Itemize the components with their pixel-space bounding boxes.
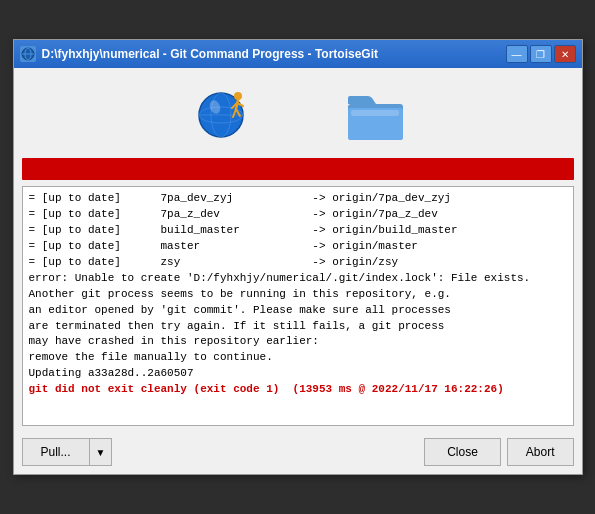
title-bar-controls: — ❐ ✕ — [506, 45, 576, 63]
folder-icon — [343, 86, 408, 144]
main-window: D:\fyhxhjy\numerical - Git Command Progr… — [13, 39, 583, 475]
output-line: = [up to date] zsy -> origin/zsy — [29, 255, 567, 271]
output-line: may have crashed in this repository earl… — [29, 334, 567, 350]
output-line: are terminated then try again. If it sti… — [29, 319, 567, 335]
svg-rect-16 — [351, 110, 399, 116]
pull-button-group: Pull... ▼ — [22, 438, 113, 466]
abort-button[interactable]: Abort — [507, 438, 574, 466]
pull-dropdown-button[interactable]: ▼ — [89, 438, 113, 466]
status-bar — [22, 158, 574, 180]
output-area[interactable]: = [up to date] 7pa_dev_zyj -> origin/7pa… — [22, 186, 574, 426]
close-button[interactable]: ✕ — [554, 45, 576, 63]
close-dialog-button[interactable]: Close — [424, 438, 501, 466]
app-icon — [20, 46, 36, 62]
title-bar: D:\fyhxhjy\numerical - Git Command Progr… — [14, 40, 582, 68]
header-icons — [14, 68, 582, 158]
output-line: = [up to date] 7pa_z_dev -> origin/7pa_z… — [29, 207, 567, 223]
globe-icon-area — [193, 83, 263, 143]
folder-icon-area — [343, 86, 403, 141]
output-line: = [up to date] 7pa_dev_zyj -> origin/7pa… — [29, 191, 567, 207]
output-line: git did not exit cleanly (exit code 1) (… — [29, 382, 567, 398]
output-line: Updating a33a28d..2a60507 — [29, 366, 567, 382]
output-line: = [up to date] master -> origin/master — [29, 239, 567, 255]
title-bar-left: D:\fyhxhjy\numerical - Git Command Progr… — [20, 46, 379, 62]
output-line: Another git process seems to be running … — [29, 287, 567, 303]
output-line: an editor opened by 'git commit'. Please… — [29, 303, 567, 319]
restore-button[interactable]: ❐ — [530, 45, 552, 63]
output-line: error: Unable to create 'D:/fyhxhjy/nume… — [29, 271, 567, 287]
output-line: remove the file manually to continue. — [29, 350, 567, 366]
globe-icon — [193, 83, 258, 143]
window-title: D:\fyhxhjy\numerical - Git Command Progr… — [42, 47, 379, 61]
footer-buttons: Pull... ▼ Close Abort — [14, 432, 582, 474]
output-line: = [up to date] build_master -> origin/bu… — [29, 223, 567, 239]
minimize-button[interactable]: — — [506, 45, 528, 63]
pull-button[interactable]: Pull... — [22, 438, 89, 466]
